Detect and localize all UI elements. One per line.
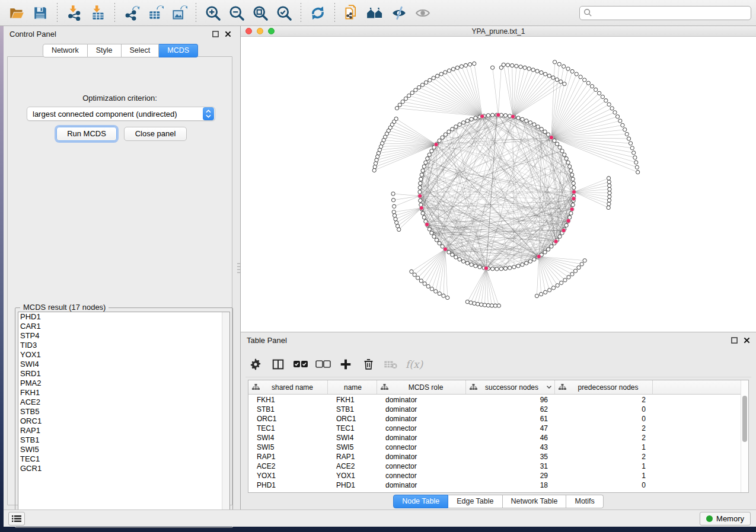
mcds-result-list[interactable]: PHD1CAR1STP4TID3YOX1SWI4SRD1PMA2FKH1ACE2…	[18, 312, 230, 524]
table-cell: 96	[466, 395, 555, 405]
delete-table-button[interactable]	[381, 354, 401, 374]
plus-icon	[339, 358, 352, 371]
mcds-result-item[interactable]: TEC1	[18, 454, 229, 464]
mcds-result-item[interactable]: RAP1	[18, 426, 229, 435]
node-table-rows: FKH1FKH1dominator962STB1STB1dominator620…	[248, 395, 741, 492]
panel-split-button[interactable]	[268, 354, 288, 374]
export-image-button[interactable]	[169, 3, 189, 23]
tab-style[interactable]: Style	[88, 44, 122, 57]
mcds-result-item[interactable]: STB1	[18, 435, 229, 445]
search-box[interactable]	[579, 6, 751, 20]
table-cell: 62	[466, 405, 555, 414]
column-header-successor-nodes[interactable]: successor nodes	[466, 380, 555, 394]
function-builder-button[interactable]: f(x)	[403, 354, 423, 374]
column-settings-button[interactable]	[245, 354, 266, 374]
float-panel-icon[interactable]	[731, 337, 738, 344]
hide-selected-button[interactable]	[389, 3, 409, 23]
first-neighbors-button[interactable]	[365, 3, 385, 23]
column-type-icon	[470, 384, 477, 390]
gear-icon	[249, 358, 262, 371]
splitter-grip-icon[interactable]	[237, 263, 240, 274]
export-network-button[interactable]	[122, 3, 142, 23]
mcds-result-item[interactable]: SRD1	[18, 369, 229, 379]
deselect-all-button[interactable]	[313, 354, 333, 374]
column-header-name[interactable]: name	[328, 380, 377, 394]
select-all-button[interactable]	[291, 354, 311, 374]
table-scrollbar-thumb[interactable]	[742, 396, 747, 442]
table-cell: TEC1	[328, 424, 377, 433]
mcds-result-item[interactable]: FKH1	[18, 388, 229, 398]
zoom-out-button[interactable]	[227, 3, 247, 23]
table-cell: RAP1	[328, 452, 377, 462]
toolbar-separator	[114, 3, 115, 23]
table-row[interactable]: RAP1RAP1dominator352	[248, 452, 741, 462]
apply-layout-button[interactable]	[308, 3, 328, 23]
mcds-result-item[interactable]: STP4	[18, 331, 229, 341]
table-cell: 31	[466, 462, 555, 471]
save-session-button[interactable]	[30, 3, 50, 23]
mcds-result-item[interactable]: YOX1	[18, 350, 229, 360]
memory-button[interactable]: Memory	[700, 512, 751, 525]
mcds-result-item[interactable]: ORC1	[18, 416, 229, 426]
criterion-dropdown[interactable]: largest connected component (undirected)	[27, 107, 215, 121]
table-tab-edge-table[interactable]: Edge Table	[448, 495, 502, 508]
network-canvas[interactable]	[241, 37, 756, 332]
show-all-button[interactable]	[413, 3, 433, 23]
table-scrollbar[interactable]	[741, 380, 748, 492]
column-header-MCDS-role[interactable]: MCDS role	[377, 380, 466, 394]
table-row[interactable]: ACE2ACE2connector311	[248, 462, 741, 471]
mcds-result-item[interactable]: PHD1	[18, 312, 229, 322]
two-houses-icon	[366, 5, 384, 21]
table-row[interactable]: FKH1FKH1dominator962	[248, 395, 741, 405]
close-panel-icon[interactable]	[225, 31, 231, 37]
mcds-result-item[interactable]: PMA2	[18, 379, 229, 388]
zoom-in-button[interactable]	[203, 3, 223, 23]
table-tab-network-table[interactable]: Network Table	[503, 495, 567, 508]
network-title: YPA_prune.txt_1	[241, 27, 756, 36]
mcds-list-scrollbar[interactable]	[222, 312, 229, 524]
mcds-result-item[interactable]: TID3	[18, 341, 229, 350]
search-input[interactable]	[592, 8, 747, 17]
delete-column-button[interactable]	[358, 354, 378, 374]
close-panel-icon[interactable]	[744, 337, 750, 344]
table-tab-node-table[interactable]: Node Table	[393, 495, 448, 508]
mcds-result-item[interactable]: STB5	[18, 407, 229, 416]
table-cell: 2	[555, 424, 653, 433]
column-header-shared-name[interactable]: shared name	[248, 380, 328, 394]
task-history-button[interactable]	[8, 512, 25, 525]
table-panel-title: Table Panel	[247, 336, 287, 345]
close-panel-button[interactable]: Close panel	[124, 127, 187, 141]
add-column-button[interactable]	[336, 354, 356, 374]
import-network-icon	[66, 5, 82, 21]
table-row[interactable]: SWI4SWI4dominator462	[248, 433, 741, 443]
mcds-result-item[interactable]: SWI4	[18, 360, 229, 369]
tab-network[interactable]: Network	[43, 44, 88, 57]
table-tab-motifs[interactable]: Motifs	[566, 495, 603, 508]
table-row[interactable]: YOX1YOX1connector291	[248, 471, 741, 480]
table-row[interactable]: STB1STB1dominator620	[248, 405, 741, 414]
column-header-predecessor-nodes[interactable]: predecessor nodes	[555, 380, 653, 394]
mcds-result-item[interactable]: ACE2	[18, 398, 229, 407]
export-table-button[interactable]	[145, 3, 165, 23]
table-row[interactable]: ORC1ORC1dominator610	[248, 414, 741, 424]
table-row[interactable]: TEC1TEC1connector472	[248, 424, 741, 433]
new-network-from-selection-button[interactable]	[342, 3, 362, 23]
control-panel-titlebar: Control Panel	[4, 26, 237, 41]
zoom-selected-button[interactable]	[274, 3, 294, 23]
zoom-fit-button[interactable]	[250, 3, 270, 23]
table-row[interactable]: SWI5SWI5connector431	[248, 443, 741, 452]
zoom-fit-icon	[252, 5, 269, 21]
eye-slash-icon	[391, 5, 407, 21]
run-mcds-button[interactable]: Run MCDS	[56, 127, 117, 141]
import-network-button[interactable]	[64, 3, 84, 23]
tab-select[interactable]: Select	[122, 44, 160, 57]
open-session-button[interactable]	[7, 3, 27, 23]
table-cell: ORC1	[328, 414, 377, 424]
import-table-button[interactable]	[88, 3, 108, 23]
tab-mcds[interactable]: MCDS	[159, 44, 198, 57]
mcds-result-item[interactable]: GCR1	[18, 464, 229, 473]
mcds-result-item[interactable]: CAR1	[18, 322, 229, 331]
table-row[interactable]: PHD1PHD1dominator180	[248, 480, 741, 490]
mcds-result-item[interactable]: SWI5	[18, 445, 229, 454]
float-panel-icon[interactable]	[212, 31, 219, 37]
